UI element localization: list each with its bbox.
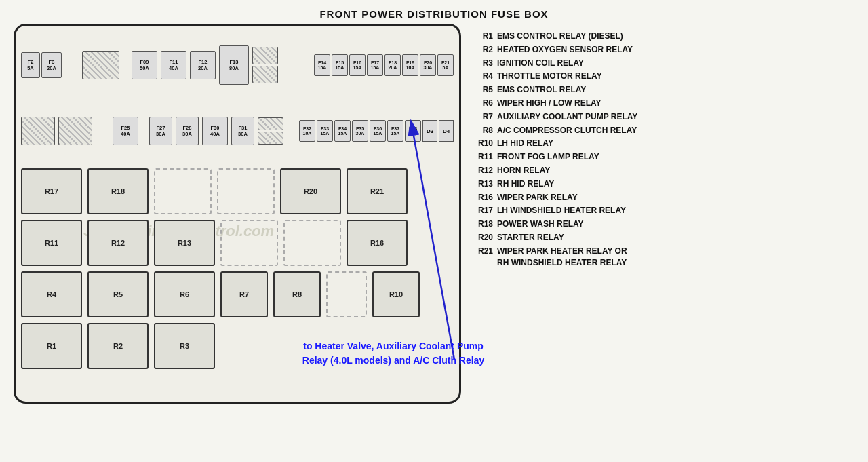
- fuse-f15: F1515A: [332, 54, 348, 76]
- legend-item-r17: R17LH WINDSHIELD HEATER RELAY: [471, 205, 858, 216]
- relay-r7: R7: [220, 271, 268, 317]
- fuse-f33: F3315A: [317, 120, 333, 142]
- legend-item-r1: R1EMS CONTROL RELAY (DIESEL): [471, 31, 858, 42]
- legend-panel: R1EMS CONTROL RELAY (DIESEL)R2HEATED OXY…: [471, 31, 858, 270]
- relay-ghost-3: [220, 220, 278, 266]
- page-title: FRONT POWER DISTRIBUTION FUSE BOX: [0, 0, 868, 20]
- fuse-f19: F1910A: [402, 54, 418, 76]
- relay-r5: R5: [87, 271, 149, 317]
- annotation-arrow-svg: [359, 115, 495, 366]
- legend-item-r18: R18POWER WASH RELAY: [471, 218, 858, 230]
- legend-item-r16: R16WIPER PARK RELAY: [471, 192, 858, 204]
- relay-r11: R11: [21, 220, 82, 266]
- relay-r12: R12: [87, 220, 149, 266]
- relay-r2: R2: [87, 323, 149, 369]
- fuse-f32: F3210A: [299, 120, 315, 142]
- relay-r1: R1: [21, 323, 82, 369]
- fuse-f12: F1220A: [190, 51, 216, 79]
- legend-item-r8: R8A/C COMPRESSOR CLUTCH RELAY: [471, 125, 858, 136]
- svg-line-1: [414, 136, 454, 360]
- fuse-f11: F1140A: [161, 51, 186, 79]
- fuse-f17: F1715A: [367, 54, 383, 76]
- fuse-f28: F2830A: [176, 117, 199, 145]
- fuse-f18: F1820A: [384, 54, 401, 76]
- fuse-hatched-mid-2: [258, 132, 283, 145]
- relay-r6: R6: [154, 271, 215, 317]
- fuse-ghost-mid-1: [21, 117, 55, 145]
- fuse-f25: F2540A: [113, 117, 138, 145]
- relay-r3: R3: [154, 323, 215, 369]
- top-fuse-section: F25A F320A F0950A F1140A F1220A F1380A F…: [21, 31, 454, 99]
- legend-item-r6: R6WIPER HIGH / LOW RELAY: [471, 98, 858, 109]
- fuse-f30: F3040A: [202, 117, 228, 145]
- legend-item-r11: R11FRONT FOG LAMP RELAY: [471, 151, 858, 163]
- annotation-text: to Heater Valve, Auxiliary Coolant Pump …: [298, 339, 488, 368]
- legend-item-r13: R13RH HID RELAY: [471, 178, 858, 190]
- legend-item-r4: R4THROTTLE MOTOR RELAY: [471, 71, 858, 82]
- legend-item-r7: R7AUXILIARY COOLANT PUMP RELAY: [471, 111, 858, 123]
- legend-item-r10: R10LH HID RELAY: [471, 138, 858, 149]
- legend-item-r2: R2HEATED OXYGEN SENSOR RELAY: [471, 44, 858, 56]
- fuse-group-f2-f3: F25A F320A: [21, 52, 62, 78]
- fuse-f13: F1380A: [219, 45, 249, 85]
- fuse-f16: F1615A: [349, 54, 366, 76]
- relay-ghost-4: [283, 220, 341, 266]
- fuse-f09: F0950A: [132, 51, 157, 79]
- fuse-ghost-mid-2: [58, 117, 92, 145]
- relay-ghost-2: [217, 168, 275, 214]
- fuse-f20: F2030A: [420, 54, 436, 76]
- relay-r8: R8: [273, 271, 321, 317]
- fuse-f21: F215A: [437, 54, 454, 76]
- legend-item-r12: R12HORN RELAY: [471, 165, 858, 176]
- hatched-stack: [252, 47, 278, 83]
- fuse-f27: F2730A: [149, 117, 172, 145]
- fuse-blank-1: [82, 51, 119, 79]
- relay-r20: R20: [280, 168, 341, 214]
- hatched-stack-mid: [258, 117, 283, 145]
- legend-item-r20: R20STARTER RELAY: [471, 232, 858, 244]
- fuse-f31: F3130A: [231, 117, 254, 145]
- legend-item-r5: R5EMS CONTROL RELAY: [471, 84, 858, 96]
- relay-r13: R13: [154, 220, 215, 266]
- fuse-hatched-1: [252, 47, 278, 64]
- relay-ghost-1: [154, 168, 212, 214]
- relay-r18: R18: [87, 168, 149, 214]
- fuse-hatched-mid-1: [258, 117, 283, 130]
- relay-r17: R17: [21, 168, 82, 214]
- fuse-hatched-2: [252, 66, 278, 83]
- fuse-f14: F1415A: [314, 54, 330, 76]
- fuse-f3: F320A: [41, 52, 62, 78]
- legend-item-r21: R21WIPER PARK HEATER RELAY OR RH WINDSHI…: [471, 246, 858, 269]
- relay-r4: R4: [21, 271, 82, 317]
- fuse-f2: F25A: [21, 52, 40, 78]
- fuse-f34: F3415A: [334, 120, 351, 142]
- right-fuse-cluster-top: F1415A F1515A F1615A F1715A F1820A F1910…: [314, 54, 454, 76]
- legend-item-r3: R3IGNITION COIL RELAY: [471, 58, 858, 69]
